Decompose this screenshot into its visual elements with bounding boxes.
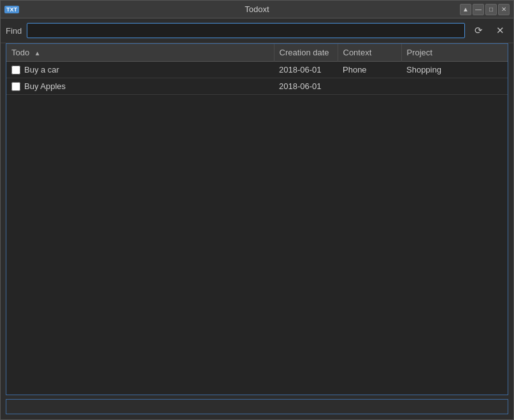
window-title: Todoxt	[245, 4, 269, 14]
titlebar-close-button[interactable]: ✕	[498, 4, 510, 15]
date-cell: 2018-06-01	[274, 78, 338, 95]
todo-list: Buy a car2018-06-01PhoneShoppingBuy Appl…	[6, 62, 508, 95]
table-row: Buy Apples2018-06-01	[6, 78, 508, 95]
refresh-icon: ⟳	[475, 25, 483, 36]
col-header-date[interactable]: Creation date	[274, 44, 338, 62]
main-content: Todo ▲ Creation date Context Project	[6, 43, 508, 395]
toolbar: Find ⟳ ✕	[1, 18, 513, 43]
settings-button[interactable]: ✕	[492, 22, 508, 39]
table-header: Todo ▲ Creation date Context Project	[6, 44, 508, 62]
main-window: TXT Todoxt ▲ — □ ✕ Find ⟳ ✕	[0, 0, 514, 420]
titlebar-minimize-button[interactable]: —	[473, 4, 484, 15]
todo-checkbox[interactable]	[11, 66, 20, 74]
close-icon: ✕	[501, 6, 506, 13]
sort-asc-icon: ▲	[34, 50, 41, 57]
project-cell	[401, 78, 508, 95]
up-icon: ▲	[462, 6, 469, 13]
titlebar-left: TXT	[4, 6, 19, 13]
statusbar	[6, 399, 508, 414]
todo-cell: Buy Apples	[6, 78, 274, 95]
context-cell	[338, 78, 401, 95]
context-cell: Phone	[338, 62, 401, 78]
minimize-icon: —	[475, 6, 482, 13]
todo-table: Todo ▲ Creation date Context Project	[6, 44, 508, 95]
titlebar-buttons: ▲ — □ ✕	[460, 4, 510, 15]
col-header-context[interactable]: Context	[338, 44, 401, 62]
todo-cell: Buy a car	[6, 62, 274, 78]
table-container[interactable]: Todo ▲ Creation date Context Project	[6, 44, 508, 395]
todo-checkbox[interactable]	[11, 82, 20, 91]
find-label: Find	[6, 26, 22, 36]
date-cell: 2018-06-01	[274, 62, 338, 78]
titlebar: TXT Todoxt ▲ — □ ✕	[1, 1, 513, 18]
todo-text: Buy a car	[24, 65, 59, 74]
todo-text: Buy Apples	[24, 81, 66, 91]
col-header-todo[interactable]: Todo ▲	[6, 44, 274, 62]
settings-icon: ✕	[496, 25, 504, 36]
titlebar-up-button[interactable]: ▲	[460, 4, 471, 15]
project-cell: Shopping	[401, 62, 508, 78]
col-header-project[interactable]: Project	[401, 44, 508, 62]
find-input[interactable]	[27, 23, 465, 38]
refresh-button[interactable]: ⟳	[470, 22, 487, 39]
app-icon: TXT	[4, 6, 19, 13]
table-row: Buy a car2018-06-01PhoneShopping	[6, 62, 508, 78]
maximize-icon: □	[489, 6, 493, 13]
titlebar-maximize-button[interactable]: □	[485, 4, 497, 15]
